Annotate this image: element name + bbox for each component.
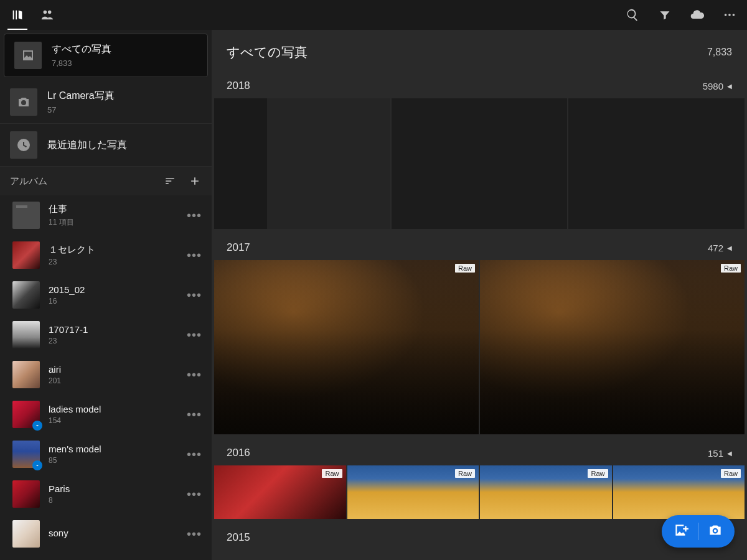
album-thumbnail bbox=[12, 361, 40, 388]
year-header[interactable]: 2017472 ◀ bbox=[212, 229, 747, 260]
album-item[interactable]: airi201••• bbox=[0, 355, 212, 394]
raw-badge: Raw bbox=[455, 469, 475, 478]
album-count: 16 bbox=[49, 297, 178, 306]
album-count: 85 bbox=[49, 456, 178, 465]
photo-thumbnail[interactable] bbox=[568, 98, 745, 229]
album-thumbnail bbox=[12, 241, 40, 269]
thumbnail-grid: RawRawRawRaw bbox=[212, 465, 747, 519]
album-title: men's model bbox=[49, 444, 178, 454]
album-thumbnail bbox=[12, 401, 40, 428]
thumbnail-grid: RawRaw bbox=[212, 260, 747, 434]
page-title: すべての写真 bbox=[227, 44, 308, 61]
photo-grid-main: すべての写真 7,833 20185980 ◀2017472 ◀RawRaw20… bbox=[212, 30, 747, 560]
album-thumbnail bbox=[12, 321, 40, 348]
album-item[interactable]: Paris8••• bbox=[0, 474, 212, 514]
album-more-icon[interactable]: ••• bbox=[187, 408, 202, 422]
album-title: sony bbox=[49, 528, 178, 538]
album-title: １セレクト bbox=[49, 244, 178, 256]
camera-icon[interactable] bbox=[707, 522, 723, 541]
year-count: 5980 ◀ bbox=[703, 81, 732, 91]
add-fab[interactable] bbox=[662, 515, 735, 548]
collection-lr-camera[interactable]: Lr Camera写真 57 bbox=[0, 81, 212, 124]
svg-point-0 bbox=[725, 14, 727, 16]
album-more-icon[interactable]: ••• bbox=[187, 248, 202, 263]
photo-thumbnail[interactable] bbox=[392, 98, 568, 229]
album-more-icon[interactable]: ••• bbox=[187, 208, 202, 223]
album-more-icon[interactable]: ••• bbox=[187, 368, 202, 382]
album-count: 11 項目 bbox=[49, 217, 178, 228]
album-count: 23 bbox=[49, 337, 178, 345]
photo-thumbnail[interactable]: Raw bbox=[214, 260, 479, 434]
collection-title: 最近追加した写真 bbox=[47, 139, 127, 152]
sidebar: すべての写真 7,833 Lr Camera写真 57 最近追加した写真 アルバ… bbox=[0, 30, 212, 560]
album-more-icon[interactable]: ••• bbox=[187, 328, 202, 342]
collection-title: すべての写真 bbox=[52, 43, 111, 56]
collection-count: 57 bbox=[47, 105, 115, 114]
album-title: 仕事 bbox=[49, 203, 178, 215]
raw-badge: Raw bbox=[322, 469, 342, 478]
album-title: airi bbox=[49, 364, 178, 375]
year-header[interactable]: 20185980 ◀ bbox=[212, 67, 747, 98]
people-tab[interactable] bbox=[40, 7, 55, 22]
folder-icon bbox=[12, 202, 40, 229]
album-item[interactable]: 2015_0216••• bbox=[0, 275, 212, 315]
photo-thumbnail[interactable]: Raw bbox=[480, 465, 612, 519]
albums-label: アルバム bbox=[10, 175, 47, 187]
collection-recently-added[interactable]: 最近追加した写真 bbox=[0, 124, 212, 167]
year-label: 2017 bbox=[227, 241, 250, 254]
album-item[interactable]: １セレクト23••• bbox=[0, 235, 212, 275]
collection-count: 7,833 bbox=[52, 58, 111, 68]
cloud-icon[interactable] bbox=[690, 7, 705, 22]
album-more-icon[interactable]: ••• bbox=[187, 288, 202, 302]
photo-thumbnail[interactable]: Raw bbox=[347, 465, 479, 519]
more-icon[interactable] bbox=[722, 7, 737, 22]
filter-icon[interactable] bbox=[657, 7, 672, 22]
year-header[interactable]: 2016151 ◀ bbox=[212, 434, 747, 465]
raw-badge: Raw bbox=[721, 469, 741, 478]
collection-title: Lr Camera写真 bbox=[47, 90, 115, 103]
album-title: ladies model bbox=[49, 404, 178, 414]
album-item[interactable]: 170717-123••• bbox=[0, 315, 212, 355]
year-label: 2016 bbox=[227, 447, 250, 459]
album-item[interactable]: 仕事11 項目••• bbox=[0, 195, 212, 235]
add-album-icon[interactable] bbox=[188, 174, 202, 188]
photo-thumbnail[interactable] bbox=[214, 98, 390, 229]
raw-badge: Raw bbox=[455, 264, 475, 273]
photo-thumbnail[interactable]: Raw bbox=[480, 260, 745, 434]
album-count: 201 bbox=[49, 376, 178, 385]
album-thumbnail bbox=[12, 480, 40, 508]
year-label: 2015 bbox=[227, 531, 250, 544]
svg-point-2 bbox=[733, 14, 735, 16]
search-icon[interactable] bbox=[625, 7, 640, 22]
album-item[interactable]: sony••• bbox=[0, 514, 212, 554]
svg-point-1 bbox=[728, 14, 731, 16]
album-more-icon[interactable]: ••• bbox=[187, 527, 202, 541]
raw-badge: Raw bbox=[721, 264, 741, 273]
year-count: 151 ◀ bbox=[708, 448, 732, 459]
album-count: 8 bbox=[49, 496, 178, 505]
year-label: 2018 bbox=[227, 80, 250, 92]
clock-icon bbox=[10, 131, 37, 159]
library-tab[interactable] bbox=[10, 7, 25, 22]
collection-all-photos[interactable]: すべての写真 7,833 bbox=[4, 34, 208, 77]
sort-icon[interactable] bbox=[163, 174, 177, 188]
album-more-icon[interactable]: ••• bbox=[187, 487, 202, 502]
album-title: 170717-1 bbox=[49, 324, 178, 335]
top-toolbar bbox=[0, 0, 747, 30]
album-item[interactable]: ladies model154••• bbox=[0, 394, 212, 434]
add-image-icon[interactable] bbox=[673, 522, 689, 541]
album-thumbnail bbox=[12, 441, 40, 468]
camera-icon bbox=[10, 88, 37, 116]
thumbnail-grid bbox=[212, 98, 747, 229]
album-thumbnail bbox=[12, 281, 40, 309]
photo-thumbnail[interactable]: Raw bbox=[214, 465, 346, 519]
sync-badge-icon bbox=[32, 421, 42, 431]
total-count: 7,833 bbox=[707, 47, 732, 58]
album-title: 2015_02 bbox=[49, 284, 178, 295]
photo-thumbnail[interactable]: Raw bbox=[613, 465, 745, 519]
raw-badge: Raw bbox=[588, 469, 608, 478]
album-item[interactable]: men's model85••• bbox=[0, 434, 212, 474]
album-title: Paris bbox=[49, 483, 178, 494]
album-count: 154 bbox=[49, 416, 178, 425]
album-more-icon[interactable]: ••• bbox=[187, 447, 202, 462]
